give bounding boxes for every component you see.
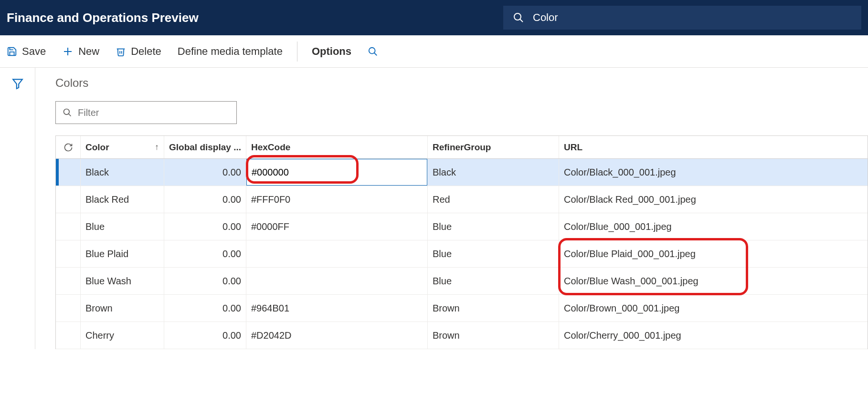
save-button[interactable]: Save xyxy=(7,43,46,60)
colors-grid: Color ↑ Global display ... HexCode Refin… xyxy=(55,135,868,349)
new-button[interactable]: New xyxy=(62,43,99,60)
column-header-refiner[interactable]: RefinerGroup xyxy=(428,136,559,158)
svg-marker-8 xyxy=(13,79,22,89)
cell-global-display[interactable]: 0.00 xyxy=(164,268,246,294)
save-icon xyxy=(7,46,17,57)
cell-url[interactable]: Color/Cherry_000_001.jpeg xyxy=(559,322,865,349)
define-media-label: Define media template xyxy=(178,45,283,58)
filter-icon xyxy=(11,77,24,90)
column-header-color[interactable]: Color ↑ xyxy=(81,136,164,158)
cell-refiner[interactable]: Blue xyxy=(428,268,559,294)
table-row[interactable]: Blue0.00#0000FFBlueColor/Blue_000_001.jp… xyxy=(56,213,868,240)
row-selector[interactable] xyxy=(56,213,81,240)
cell-color[interactable]: Blue Wash xyxy=(81,268,164,294)
cell-color[interactable]: Brown xyxy=(81,295,164,322)
cell-refiner[interactable]: Brown xyxy=(428,322,559,349)
trash-icon xyxy=(116,46,126,57)
col-label: Color xyxy=(85,142,109,153)
filter-field[interactable] xyxy=(78,107,230,118)
cell-global-display[interactable]: 0.00 xyxy=(164,240,246,267)
cell-color[interactable]: Cherry xyxy=(81,322,164,349)
plus-icon xyxy=(62,46,74,57)
column-header-hexcode[interactable]: HexCode xyxy=(246,136,428,158)
cell-hexcode[interactable] xyxy=(246,268,428,294)
cell-hexcode[interactable]: #FFF0F0 xyxy=(246,186,428,213)
save-label: Save xyxy=(22,45,46,58)
action-bar: Save New Delete Define media template Op… xyxy=(0,35,868,68)
cell-hexcode[interactable]: #0000FF xyxy=(246,213,428,240)
cell-url[interactable]: Color/Black_000_001.jpeg xyxy=(559,159,865,186)
table-row[interactable]: Blue Wash0.00BlueColor/Blue Wash_000_001… xyxy=(56,268,868,295)
cell-hexcode[interactable] xyxy=(246,159,428,186)
content-pane: Colors Color ↑ Global display ... HexCod… xyxy=(35,68,868,349)
table-row[interactable]: Brown0.00#964B01BrownColor/Brown_000_001… xyxy=(56,295,868,322)
table-row[interactable]: Blue Plaid0.00BlueColor/Blue Plaid_000_0… xyxy=(56,240,868,268)
cell-refiner[interactable]: Brown xyxy=(428,295,559,322)
cell-url[interactable]: Color/Brown_000_001.jpeg xyxy=(559,295,865,322)
column-header-global-display[interactable]: Global display ... xyxy=(164,136,246,158)
row-selector[interactable] xyxy=(56,322,81,349)
section-title: Colors xyxy=(55,76,868,90)
cell-color[interactable]: Black xyxy=(81,159,164,186)
cell-refiner[interactable]: Blue xyxy=(428,240,559,267)
search-icon xyxy=(368,46,378,57)
delete-label: Delete xyxy=(131,45,161,58)
cell-url[interactable]: Color/Blue Plaid_000_001.jpeg xyxy=(559,240,865,267)
svg-line-1 xyxy=(520,19,523,22)
cell-url[interactable]: Color/Blue Wash_000_001.jpeg xyxy=(559,268,865,294)
search-icon xyxy=(513,12,524,23)
new-label: New xyxy=(78,45,99,58)
global-search[interactable]: Color xyxy=(503,6,861,30)
cell-global-display[interactable]: 0.00 xyxy=(164,213,246,240)
app-title: Finance and Operations Preview xyxy=(7,10,199,25)
cell-global-display[interactable]: 0.00 xyxy=(164,159,246,186)
cell-hexcode[interactable]: #D2042D xyxy=(246,322,428,349)
options-label: Options xyxy=(312,45,351,58)
cell-color[interactable]: Blue Plaid xyxy=(81,240,164,267)
row-selector[interactable] xyxy=(56,240,81,267)
filter-rail xyxy=(0,68,35,349)
refresh-column-header[interactable] xyxy=(56,136,81,158)
cell-global-display[interactable]: 0.00 xyxy=(164,322,246,349)
table-row[interactable]: Black0.00BlackColor/Black_000_001.jpeg xyxy=(56,159,868,186)
main-area: Colors Color ↑ Global display ... HexCod… xyxy=(0,68,868,349)
cell-color[interactable]: Black Red xyxy=(81,186,164,213)
global-search-text: Color xyxy=(533,11,558,24)
options-button[interactable]: Options xyxy=(312,43,351,60)
cell-refiner[interactable]: Red xyxy=(428,186,559,213)
row-selector[interactable] xyxy=(56,295,81,322)
table-row[interactable]: Black Red0.00#FFF0F0RedColor/Black Red_0… xyxy=(56,186,868,213)
svg-line-7 xyxy=(374,52,377,55)
hexcode-input[interactable] xyxy=(252,159,422,185)
delete-button[interactable]: Delete xyxy=(116,43,161,60)
grid-filter-input[interactable] xyxy=(55,101,237,124)
refresh-icon xyxy=(64,143,73,152)
cell-hexcode[interactable] xyxy=(246,240,428,267)
sort-asc-icon: ↑ xyxy=(155,142,159,152)
grid-header: Color ↑ Global display ... HexCode Refin… xyxy=(56,136,868,159)
filter-pane-toggle[interactable] xyxy=(11,77,24,92)
svg-line-10 xyxy=(69,114,71,116)
cell-refiner[interactable]: Blue xyxy=(428,213,559,240)
cell-global-display[interactable]: 0.00 xyxy=(164,186,246,213)
row-selector[interactable] xyxy=(56,268,81,294)
table-row[interactable]: Cherry0.00#D2042DBrownColor/Cherry_000_0… xyxy=(56,322,868,349)
toolbar-divider xyxy=(297,42,297,62)
cell-url[interactable]: Color/Blue_000_001.jpeg xyxy=(559,213,865,240)
app-header: Finance and Operations Preview Color xyxy=(0,0,868,35)
define-media-button[interactable]: Define media template xyxy=(178,43,283,60)
svg-point-9 xyxy=(64,109,70,115)
search-icon xyxy=(63,108,72,117)
row-selector[interactable] xyxy=(56,186,81,213)
toolbar-search-button[interactable] xyxy=(368,44,378,59)
cell-color[interactable]: Blue xyxy=(81,213,164,240)
cell-url[interactable]: Color/Black Red_000_001.jpeg xyxy=(559,186,865,213)
cell-global-display[interactable]: 0.00 xyxy=(164,295,246,322)
svg-point-6 xyxy=(369,47,375,53)
cell-hexcode[interactable]: #964B01 xyxy=(246,295,428,322)
column-header-url[interactable]: URL xyxy=(559,136,865,158)
svg-point-0 xyxy=(514,13,521,20)
cell-refiner[interactable]: Black xyxy=(428,159,559,186)
row-selector[interactable] xyxy=(56,159,81,186)
